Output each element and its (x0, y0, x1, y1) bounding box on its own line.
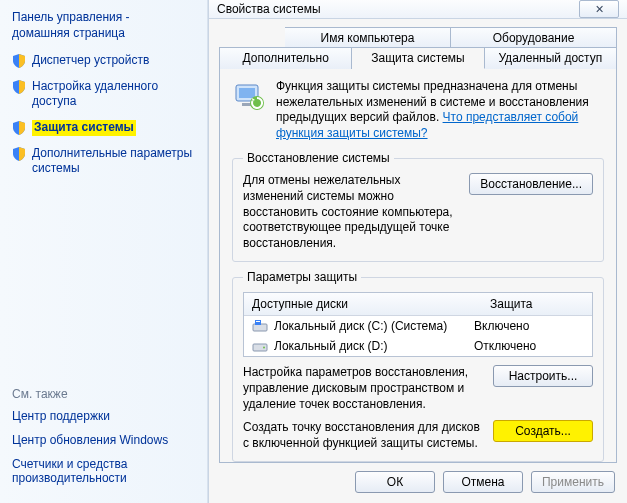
disk-status: Включено (474, 319, 584, 333)
col-header-disk: Доступные диски (244, 293, 482, 315)
shield-icon (12, 147, 26, 161)
intro-block: Функция защиты системы предназначена для… (232, 79, 604, 141)
svg-rect-1 (239, 88, 255, 98)
svg-point-8 (263, 347, 265, 349)
dialog-titlebar: Свойства системы ✕ (209, 0, 627, 19)
dialog-buttons: ОК Отмена Применить (209, 463, 627, 503)
cancel-button[interactable]: Отмена (443, 471, 523, 493)
tab-remote[interactable]: Удаленный доступ (485, 47, 617, 69)
apply-button[interactable]: Применить (531, 471, 615, 493)
sidebar-item-system-protection[interactable]: Защита системы (12, 120, 195, 136)
restore-description: Для отмены нежелательных изменений систе… (243, 173, 459, 251)
sidebar: Панель управления - домашняя страница Ди… (0, 0, 208, 503)
drive-icon (252, 339, 268, 353)
sidebar-item-label: Защита системы (32, 120, 136, 136)
see-also-windows-update[interactable]: Центр обновления Windows (12, 433, 195, 447)
disk-status: Отключено (474, 339, 584, 353)
tab-system-protection[interactable]: Защита системы (352, 47, 484, 69)
col-header-status: Защита (482, 293, 592, 315)
shield-icon (12, 80, 26, 94)
tab-computer-name[interactable]: Имя компьютера (285, 27, 451, 48)
tab-hardware[interactable]: Оборудование (451, 27, 617, 48)
disk-row[interactable]: Локальный диск (D:) Отключено (244, 336, 592, 356)
sidebar-item-device-manager[interactable]: Диспетчер устройств (12, 53, 195, 69)
svg-rect-4 (253, 324, 267, 331)
configure-description: Настройка параметров восстановления, упр… (243, 365, 483, 412)
see-also-performance[interactable]: Счетчики и средства производительности (12, 457, 195, 485)
sidebar-item-advanced-settings[interactable]: Дополнительные параметры системы (12, 146, 195, 177)
see-also-action-center[interactable]: Центр поддержки (12, 409, 195, 423)
create-button[interactable]: Создать... (493, 420, 593, 442)
disk-name: Локальный диск (D:) (274, 339, 468, 353)
disk-row[interactable]: Локальный диск (C:) (Система) Включено (244, 316, 592, 336)
group-system-restore: Восстановление системы Для отмены нежела… (232, 151, 604, 262)
disk-table: Доступные диски Защита Локальный диск (C… (243, 292, 593, 357)
sidebar-item-label: Диспетчер устройств (32, 53, 149, 69)
tabs: Имя компьютера Оборудование Дополнительн… (209, 19, 627, 463)
disk-name: Локальный диск (C:) (Система) (274, 319, 468, 333)
restore-icon (232, 79, 266, 141)
create-description: Создать точку восстановления для дисков … (243, 420, 483, 451)
drive-icon (252, 319, 268, 333)
sidebar-header[interactable]: Панель управления - домашняя страница (12, 10, 195, 41)
sidebar-item-label: Дополнительные параметры системы (32, 146, 195, 177)
intro-text: Функция защиты системы предназначена для… (276, 79, 604, 141)
shield-icon (12, 121, 26, 135)
group-legend-protection: Параметры защиты (243, 270, 361, 284)
sidebar-header-line1: Панель управления - (12, 10, 195, 26)
ok-button[interactable]: ОК (355, 471, 435, 493)
configure-button[interactable]: Настроить... (493, 365, 593, 387)
disk-table-header: Доступные диски Защита (244, 293, 592, 316)
sidebar-item-remote-settings[interactable]: Настройка удаленного доступа (12, 79, 195, 110)
tab-advanced[interactable]: Дополнительно (219, 47, 352, 69)
see-also-header: См. также (12, 387, 195, 401)
restore-button[interactable]: Восстановление... (469, 173, 593, 195)
tab-body: Функция защиты системы предназначена для… (219, 68, 617, 463)
shield-icon (12, 54, 26, 68)
sidebar-item-label: Настройка удаленного доступа (32, 79, 195, 110)
close-icon: ✕ (595, 3, 604, 16)
sidebar-header-line2: домашняя страница (12, 26, 195, 42)
svg-rect-6 (256, 321, 260, 322)
tab-spacer (219, 27, 285, 48)
svg-rect-5 (255, 320, 261, 325)
group-protection-settings: Параметры защиты Доступные диски Защита … (232, 270, 604, 462)
dialog-title: Свойства системы (217, 2, 321, 16)
dialog-system-properties: Свойства системы ✕ Имя компьютера Оборуд… (208, 0, 627, 503)
close-button[interactable]: ✕ (579, 0, 619, 18)
group-legend-restore: Восстановление системы (243, 151, 394, 165)
